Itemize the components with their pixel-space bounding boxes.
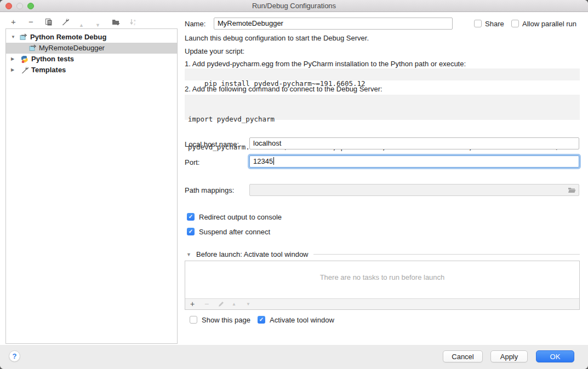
show-this-page-checkbox[interactable]: [190, 316, 197, 324]
instruction-line-1: Launch this debug configuration to start…: [185, 34, 369, 42]
name-label: Name:: [185, 20, 205, 28]
allow-parallel-run-checkbox[interactable]: [511, 20, 519, 27]
before-launch-toolbar: + − ▲ ▼: [185, 298, 579, 309]
add-configuration-icon[interactable]: +: [11, 17, 16, 27]
tree-item-python-remote-debug[interactable]: ▼ Python Remote Debug: [6, 32, 177, 43]
share-label[interactable]: Share: [485, 20, 504, 28]
path-mappings-label: Path mappings:: [185, 186, 234, 194]
edit-templates-icon[interactable]: [61, 18, 69, 26]
window-title: Run/Debug Configurations: [0, 2, 588, 10]
activate-tool-window-label[interactable]: Activate tool window: [270, 316, 334, 324]
tree-item-python-tests[interactable]: ▶ Python tests: [6, 54, 177, 65]
configurations-tree: ▼ Python Remote Debug MyRemoteDebugger ▶…: [5, 28, 178, 344]
before-launch-title: Before launch: Activate tool window: [196, 250, 309, 258]
suspend-after-connect-checkbox[interactable]: ✓: [187, 228, 195, 235]
chevron-right-icon[interactable]: ▶: [11, 65, 14, 76]
sort-alphabetically-icon: az: [129, 18, 137, 26]
tree-item-label: Templates: [31, 65, 66, 76]
browse-folder-icon[interactable]: [568, 187, 576, 194]
allow-parallel-run-label[interactable]: Allow parallel run: [522, 20, 576, 28]
name-value: MyRemoteDebugger: [218, 19, 283, 27]
before-launch-separator: [313, 254, 580, 255]
text-caret: [273, 157, 274, 165]
tree-item-label: Python tests: [31, 54, 74, 65]
remove-task-icon: −: [204, 299, 209, 308]
settrace-code-block: import pydevd_pycharm pydevd_pycharm.set…: [185, 95, 580, 120]
local-host-name-value: localhost: [253, 139, 281, 147]
cancel-button[interactable]: Cancel: [443, 350, 483, 362]
copy-configuration-icon[interactable]: [45, 18, 53, 26]
chevron-right-icon[interactable]: ▶: [11, 54, 14, 65]
port-input[interactable]: 12345: [249, 155, 579, 168]
move-task-up-icon: ▲: [232, 302, 236, 307]
help-button[interactable]: ?: [9, 350, 20, 362]
tree-item-templates[interactable]: ▶ Templates: [6, 65, 177, 76]
apply-button[interactable]: Apply: [490, 350, 528, 362]
svg-text:a: a: [134, 19, 136, 22]
path-mappings-input[interactable]: [249, 184, 579, 196]
tree-item-myremotedebugger[interactable]: MyRemoteDebugger: [6, 43, 177, 54]
port-value: 12345: [253, 157, 273, 165]
remote-debug-icon: [20, 33, 27, 41]
before-launch-collapse-icon[interactable]: ▼: [186, 252, 191, 257]
redirect-output-checkbox[interactable]: ✓: [187, 213, 195, 221]
add-task-icon[interactable]: +: [190, 299, 195, 308]
redirect-output-label[interactable]: Redirect output to console: [199, 213, 282, 221]
edit-task-icon: [218, 301, 225, 308]
share-checkbox[interactable]: [474, 20, 482, 27]
ok-button[interactable]: OK: [536, 350, 574, 362]
show-this-page-label[interactable]: Show this page: [202, 316, 250, 324]
remove-configuration-icon[interactable]: −: [28, 17, 33, 27]
local-host-name-label: Local host name:: [185, 140, 239, 148]
remote-debug-icon: [29, 44, 37, 52]
python-tests-icon: [21, 55, 28, 63]
before-launch-task-list: There are no tasks to run before launch …: [185, 261, 580, 310]
name-input[interactable]: MyRemoteDebugger: [214, 18, 453, 30]
instruction-line-2: Update your script:: [185, 47, 244, 55]
pip-install-command: pip install pydevd-pycharm~=191.6605.12: [185, 68, 580, 80]
svg-text:z: z: [134, 22, 135, 26]
code-line-1: import pydevd_pycharm: [188, 114, 576, 124]
tree-item-label: MyRemoteDebugger: [39, 43, 105, 54]
port-label: Port:: [185, 158, 199, 166]
instruction-step-2: 2. Add the following command to connect …: [185, 85, 383, 93]
local-host-name-input[interactable]: localhost: [249, 137, 579, 149]
new-folder-icon[interactable]: [112, 18, 120, 26]
tree-item-label: Python Remote Debug: [30, 32, 106, 43]
move-task-down-icon: ▼: [246, 302, 250, 307]
activate-tool-window-checkbox[interactable]: ✓: [258, 316, 265, 324]
instruction-step-1: 1. Add pydevd-pycharm.egg from the PyCha…: [185, 60, 466, 68]
suspend-after-connect-label[interactable]: Suspend after connect: [199, 228, 270, 236]
wrench-icon: [21, 66, 28, 74]
no-tasks-message: There are no tasks to run before launch: [185, 273, 579, 281]
run-debug-configurations-dialog: Run/Debug Configurations + − ▲ ▼ az ▼ Py…: [0, 0, 588, 369]
chevron-down-icon[interactable]: ▼: [11, 32, 15, 43]
title-bar: Run/Debug Configurations: [0, 0, 588, 12]
dialog-footer: ? Cancel Apply OK: [0, 345, 588, 369]
